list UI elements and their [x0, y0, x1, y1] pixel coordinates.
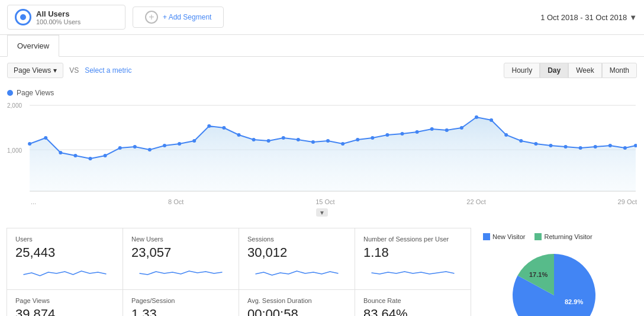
stat-value-sessions-per-user: 1.18 [363, 245, 462, 260]
stat-label-new-users: New Users [131, 236, 230, 243]
svg-point-41 [549, 144, 552, 147]
svg-point-30 [385, 133, 389, 137]
stat-value-bounce-rate: 83.64% [363, 307, 462, 316]
svg-marker-5 [30, 117, 636, 191]
pie-legend: New Visitor Returning Visitor [471, 233, 593, 240]
returning-visitor-label: Returning Visitor [544, 233, 592, 240]
svg-point-31 [400, 132, 404, 136]
svg-point-39 [519, 139, 523, 143]
segment-area: All Users 100.00% Users + + Add Segment [7, 5, 224, 30]
metric-label: Page Views [14, 66, 51, 75]
time-range-buttons: Hourly Day Week Month [504, 63, 637, 78]
hourly-button[interactable]: Hourly [504, 63, 540, 78]
metric-dropdown[interactable]: Page Views ▾ [7, 63, 63, 78]
svg-point-11 [104, 154, 107, 157]
svg-point-26 [326, 139, 330, 143]
svg-point-12 [118, 146, 122, 150]
returning-visitor-pct-label: 17.1% [529, 271, 548, 278]
stat-value-new-users: 23,057 [131, 245, 230, 260]
stat-value-avg-session: 00:00:58 [247, 307, 346, 316]
date-range-picker[interactable]: 1 Oct 2018 - 31 Oct 2018 ▼ [540, 13, 637, 22]
x-label-2: 15 Oct [315, 198, 334, 205]
stat-page-views: Page Views 39,874 [7, 289, 123, 316]
stats-grid: Users 25,443 New Users 23,057 Sessions 3… [7, 228, 471, 316]
chart-area: Page Views 2,000 1,000 [0, 84, 644, 219]
stat-pages-session: Pages/Session 1.33 [123, 289, 239, 316]
svg-point-8 [59, 151, 62, 154]
new-visitor-legend: New Visitor [483, 233, 525, 240]
add-icon: + [145, 11, 158, 24]
svg-point-37 [490, 118, 493, 122]
svg-point-10 [89, 157, 92, 160]
x-axis: ... 8 Oct 15 Oct 22 Oct 29 Oct [7, 196, 637, 205]
stat-label-pages-session: Pages/Session [131, 297, 230, 304]
segment-sub: 100.00% Users [36, 18, 80, 25]
sparkline-users [15, 264, 114, 280]
svg-point-25 [311, 140, 315, 144]
svg-point-44 [594, 145, 597, 149]
svg-point-34 [445, 128, 449, 132]
svg-point-21 [252, 138, 256, 141]
stat-value-users: 25,443 [15, 245, 114, 260]
chart-svg: 2,000 1,000 [7, 99, 637, 194]
add-segment-button[interactable]: + + Add Segment [133, 7, 224, 28]
line-chart: 2,000 1,000 [7, 99, 637, 206]
stat-value-sessions: 30,012 [247, 245, 346, 260]
sparkline-sessions [247, 264, 346, 280]
stat-bounce-rate: Bounce Rate 83.64% [355, 289, 471, 316]
svg-point-18 [207, 124, 211, 128]
svg-text:1,000: 1,000 [7, 147, 22, 154]
x-label-3: 22 Oct [466, 198, 485, 205]
svg-point-20 [237, 133, 240, 137]
sparkline-new-users [131, 264, 230, 280]
date-range-text: 1 Oct 2018 - 31 Oct 2018 [540, 13, 627, 22]
svg-text:2,000: 2,000 [7, 102, 22, 109]
month-button[interactable]: Month [602, 63, 637, 78]
header: All Users 100.00% Users + + Add Segment … [0, 0, 644, 35]
collapse-chart-button[interactable]: ▼ [7, 206, 637, 219]
svg-point-22 [267, 139, 271, 143]
add-segment-label: + Add Segment [163, 13, 211, 21]
series-dot [7, 90, 13, 96]
select-metric-link[interactable]: Select a metric [85, 66, 131, 75]
dropdown-arrow-icon: ▾ [53, 66, 57, 75]
toolbar: Page Views ▾ VS Select a metric Hourly D… [0, 57, 644, 84]
new-visitor-slice [513, 254, 595, 316]
stat-label-sessions-per-user: Number of Sessions per User [363, 236, 462, 243]
chevron-down-icon[interactable]: ▼ [316, 208, 328, 217]
svg-point-35 [460, 126, 463, 130]
svg-point-42 [564, 145, 568, 149]
svg-point-15 [163, 144, 166, 147]
stat-label-users: Users [15, 236, 114, 243]
x-label-1: 8 Oct [168, 198, 183, 205]
stat-avg-session-duration: Avg. Session Duration 00:00:58 [239, 289, 355, 316]
svg-point-14 [148, 148, 152, 151]
all-users-segment[interactable]: All Users 100.00% Users [7, 5, 125, 30]
svg-point-29 [371, 136, 374, 140]
chevron-down-icon: ▼ [629, 13, 637, 22]
svg-point-43 [579, 146, 582, 150]
svg-point-7 [44, 136, 47, 140]
week-button[interactable]: Week [568, 63, 601, 78]
svg-point-17 [192, 139, 196, 143]
stat-label-page-views: Page Views [15, 297, 114, 304]
tab-overview[interactable]: Overview [7, 35, 59, 57]
svg-point-46 [623, 146, 627, 150]
svg-point-16 [178, 142, 181, 146]
pie-chart-area: New Visitor Returning Visitor 82.9% 17.1… [471, 228, 637, 316]
svg-point-24 [297, 138, 300, 141]
stat-label-sessions: Sessions [247, 236, 346, 243]
chart-series-label: Page Views [7, 89, 637, 97]
new-visitor-pct-label: 82.9% [565, 298, 583, 305]
svg-point-6 [28, 142, 31, 146]
segment-icon [15, 9, 31, 25]
x-label-0: ... [31, 198, 36, 205]
vs-label: VS [69, 66, 79, 75]
segment-name: All Users [36, 9, 80, 18]
stat-sessions-per-user: Number of Sessions per User 1.18 [355, 228, 471, 290]
svg-point-23 [282, 136, 285, 140]
x-label-4: 29 Oct [618, 198, 637, 205]
day-button[interactable]: Day [540, 63, 568, 78]
svg-point-13 [133, 145, 137, 149]
stat-label-bounce-rate: Bounce Rate [363, 297, 462, 304]
